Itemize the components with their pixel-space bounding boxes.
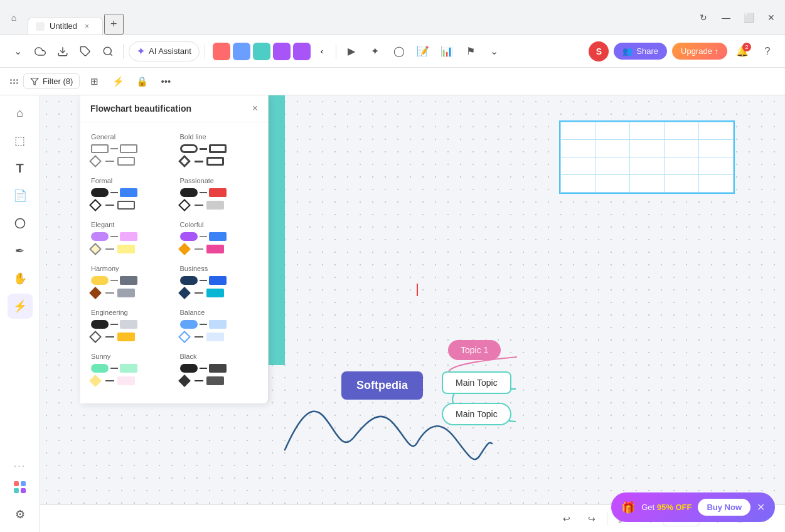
theme-engineering[interactable]: Engineering	[85, 303, 174, 347]
theme-elegant[interactable]: Elegant	[85, 215, 174, 259]
theme-bold-line-label: Bold line	[180, 133, 258, 141]
beauty-panel-close-btn[interactable]: ×	[252, 103, 258, 114]
pointer-icon[interactable]: ✦	[365, 41, 385, 61]
theme-colorful[interactable]: Colorful	[174, 215, 264, 259]
promo-text: Get 95% OFF	[641, 503, 692, 512]
flag-icon[interactable]: ⚑	[461, 41, 481, 61]
sidebar-shapes-icon[interactable]	[8, 211, 33, 236]
reload-btn[interactable]: ↻	[695, 9, 712, 26]
buy-now-btn[interactable]: Buy Now	[698, 499, 750, 516]
theme-general-label: General	[91, 133, 169, 141]
table-cell	[595, 157, 630, 175]
active-tab[interactable]: Untitled ×	[28, 17, 103, 35]
table-cell	[561, 157, 595, 175]
close-btn[interactable]: ✕	[762, 9, 780, 26]
sidebar-note-icon[interactable]: 📄	[8, 183, 33, 208]
sidebar-apps-icon[interactable]	[8, 474, 33, 499]
sidebar-settings-icon[interactable]: ⚙	[8, 502, 33, 527]
tag-icon[interactable]	[75, 41, 95, 61]
softpedia-node[interactable]: Softpedia	[341, 371, 423, 400]
theme-sunny[interactable]: Sunny	[85, 347, 174, 391]
table-widget[interactable]	[559, 120, 735, 194]
table-cell	[665, 140, 699, 157]
theme-black[interactable]: Black	[174, 347, 264, 391]
sidebar-text-icon[interactable]: T	[8, 156, 33, 181]
more-apps-icon[interactable]: ‹	[313, 43, 331, 60]
sidebar-more-icon[interactable]: ···	[14, 460, 26, 472]
svg-point-2	[104, 47, 111, 55]
maintopic1-label: Main Topic	[456, 378, 498, 388]
maintopic1-node[interactable]: Main Topic	[442, 371, 511, 394]
beauty-themes-grid: General	[80, 122, 268, 396]
theme-formal[interactable]: Formal	[85, 171, 174, 215]
app-icon-2[interactable]	[233, 43, 250, 60]
lock-icon[interactable]: 🔒	[132, 72, 151, 91]
download-icon[interactable]	[53, 41, 73, 61]
app-icon-5[interactable]	[293, 43, 311, 60]
tab-bar: Untitled × +	[28, 0, 124, 35]
toolbar-sep-3	[336, 44, 336, 59]
new-tab-btn[interactable]: +	[104, 14, 124, 35]
share-btn[interactable]: 👥 Share	[614, 43, 667, 60]
tab-close-btn[interactable]: ×	[85, 22, 89, 31]
sidebar-frame-icon[interactable]: ⬚	[8, 128, 33, 153]
theme-passionate[interactable]: Passionate	[174, 171, 264, 215]
table-cell	[665, 157, 699, 175]
dots-icon	[10, 79, 18, 84]
browser-controls: ⌂	[5, 9, 23, 26]
theme-general[interactable]: General	[85, 127, 174, 171]
maintopic2-node[interactable]: Main Topic	[442, 403, 511, 425]
toolbar-sep-1	[123, 44, 124, 59]
more-icon[interactable]: •••	[156, 72, 175, 91]
left-sidebar: ⌂ ⬚ T 📄 ✒ ✋ ⚡ ··· ⚙	[0, 95, 40, 532]
theme-bold-line[interactable]: Bold line	[174, 127, 264, 171]
svg-line-3	[110, 53, 112, 55]
app-icon-1[interactable]	[213, 43, 230, 60]
app-icons-group: ‹	[213, 43, 331, 60]
app-icon-4[interactable]	[273, 43, 291, 60]
help-icon[interactable]: ?	[757, 41, 777, 61]
history-back-icon[interactable]: ⌄	[8, 41, 28, 61]
notifications-btn[interactable]: 🔔 2	[732, 41, 752, 61]
undo-btn[interactable]: ↩	[557, 509, 577, 529]
theme-balance[interactable]: Balance	[174, 303, 264, 347]
chart-icon[interactable]: 📊	[437, 41, 457, 61]
minimize-btn[interactable]: —	[717, 9, 735, 26]
theme-sunny-preview	[91, 364, 169, 385]
connect-icon[interactable]: ⚡	[109, 72, 127, 91]
cloud-icon[interactable]	[30, 41, 50, 61]
topic1-node[interactable]: Topic 1	[448, 340, 501, 360]
theme-business[interactable]: Business	[174, 259, 264, 303]
promo-close-btn[interactable]: ✕	[757, 501, 765, 513]
theme-harmony[interactable]: Harmony	[85, 259, 174, 303]
table-cell	[665, 175, 699, 193]
canvas-area[interactable]: Flowchart beautification × General	[40, 95, 785, 532]
sidebar-connect-icon[interactable]: ⚡	[8, 294, 33, 319]
table-cell	[561, 175, 595, 193]
app-icon-3[interactable]	[253, 43, 270, 60]
play-icon[interactable]: ▶	[341, 41, 361, 61]
theme-passionate-label: Passionate	[180, 177, 258, 184]
sidebar-hand-icon[interactable]: ✋	[8, 266, 33, 291]
more-tools-icon[interactable]: ⌄	[484, 41, 505, 61]
promo-highlight: 95% OFF	[657, 503, 692, 512]
sidebar-home-icon[interactable]: ⌂	[8, 100, 33, 125]
browser-chrome: ⌂ Untitled × + ↻ — ⬜ ✕	[0, 0, 785, 35]
search-icon[interactable]	[98, 41, 118, 61]
redo-btn[interactable]: ↪	[582, 509, 602, 529]
ai-assistant-btn[interactable]: ✦ AI Assistant	[129, 41, 200, 61]
theme-harmony-preview	[91, 276, 169, 297]
home-btn[interactable]: ⌂	[5, 9, 23, 26]
theme-bold-line-preview	[180, 144, 258, 166]
theme-formal-label: Formal	[91, 177, 169, 184]
user-avatar[interactable]: S	[589, 41, 609, 61]
sidebar-pen-icon[interactable]: ✒	[8, 238, 33, 263]
upgrade-btn[interactable]: Upgrade ↑	[672, 43, 727, 60]
sticky-icon[interactable]: 📝	[413, 41, 433, 61]
shapes-icon[interactable]: ◯	[389, 41, 409, 61]
table-row	[561, 175, 734, 193]
grid-view-icon[interactable]: ⊞	[85, 72, 104, 91]
theme-engineering-preview	[91, 320, 169, 341]
maximize-btn[interactable]: ⬜	[740, 9, 757, 26]
filter-btn[interactable]: Filter (8)	[23, 73, 80, 89]
